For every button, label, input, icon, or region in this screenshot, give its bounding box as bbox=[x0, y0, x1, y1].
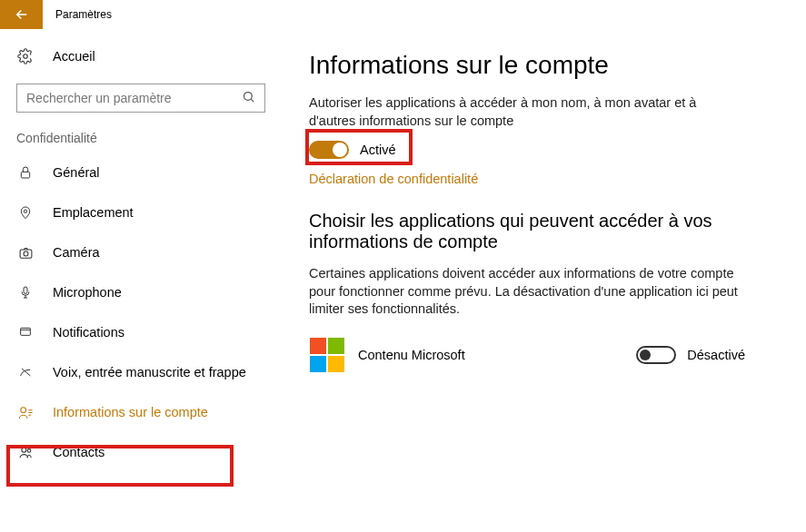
svg-point-9 bbox=[21, 448, 25, 452]
microphone-icon bbox=[16, 285, 35, 300]
svg-point-0 bbox=[24, 54, 28, 59]
lock-icon bbox=[16, 165, 35, 180]
sidebar-item-label: Caméra bbox=[53, 245, 100, 260]
svg-rect-2 bbox=[21, 172, 29, 178]
sidebar-item-contacts[interactable]: Contacts bbox=[0, 432, 282, 472]
sidebar: Accueil Confidentialité Général Emplacem… bbox=[0, 29, 282, 472]
svg-point-1 bbox=[244, 92, 253, 100]
home-label: Accueil bbox=[53, 49, 95, 64]
window-title: Paramètres bbox=[55, 8, 112, 21]
microsoft-logo-icon bbox=[309, 337, 345, 373]
sidebar-item-notifications[interactable]: Notifications bbox=[0, 312, 282, 352]
sidebar-item-label: Informations sur le compte bbox=[53, 405, 208, 419]
notifications-icon bbox=[16, 325, 35, 340]
sidebar-item-location[interactable]: Emplacement bbox=[0, 192, 282, 232]
sidebar-item-label: Voix, entrée manuscrite et frappe bbox=[53, 365, 246, 379]
sidebar-item-label: Emplacement bbox=[53, 205, 134, 220]
app-name: Contenu Microsoft bbox=[358, 348, 636, 362]
app-toggle-label: Désactivé bbox=[687, 348, 745, 362]
access-toggle[interactable] bbox=[309, 141, 349, 159]
contacts-icon bbox=[16, 445, 35, 460]
home-link[interactable]: Accueil bbox=[0, 38, 282, 74]
svg-rect-6 bbox=[24, 287, 27, 293]
apps-heading: Choisir les applications qui peuvent acc… bbox=[309, 211, 770, 252]
access-toggle-row: Activé bbox=[309, 141, 770, 159]
titlebar: Paramètres bbox=[0, 0, 806, 29]
content-panel: Informations sur le compte Autoriser les… bbox=[282, 29, 806, 472]
search-icon bbox=[242, 90, 255, 107]
sidebar-item-label: Notifications bbox=[53, 325, 124, 340]
sidebar-item-account-info[interactable]: Informations sur le compte bbox=[0, 392, 282, 432]
search-input[interactable] bbox=[16, 84, 265, 113]
app-toggle[interactable] bbox=[636, 346, 676, 364]
category-label: Confidentialité bbox=[0, 125, 282, 153]
svg-rect-4 bbox=[20, 249, 32, 257]
page-title: Informations sur le compte bbox=[309, 51, 770, 80]
speech-icon bbox=[16, 365, 35, 379]
access-description: Autoriser les applications à accéder à m… bbox=[309, 94, 745, 130]
back-button[interactable] bbox=[0, 0, 43, 29]
svg-point-3 bbox=[24, 210, 26, 212]
sidebar-item-speech[interactable]: Voix, entrée manuscrite et frappe bbox=[0, 352, 282, 392]
access-toggle-label: Activé bbox=[360, 143, 396, 157]
account-icon bbox=[16, 405, 35, 420]
sidebar-item-camera[interactable]: Caméra bbox=[0, 232, 282, 272]
sidebar-item-label: Contacts bbox=[53, 445, 104, 459]
sidebar-item-label: Général bbox=[53, 165, 100, 180]
gear-icon bbox=[16, 48, 35, 64]
svg-rect-7 bbox=[21, 328, 31, 335]
privacy-link[interactable]: Déclaration de confidentialité bbox=[309, 172, 478, 186]
app-row: Contenu Microsoft Désactivé bbox=[309, 337, 745, 373]
camera-icon bbox=[16, 245, 35, 261]
sidebar-item-label: Microphone bbox=[53, 285, 122, 300]
svg-point-10 bbox=[27, 448, 31, 452]
search-field[interactable] bbox=[26, 91, 242, 105]
apps-description: Certaines applications doivent accéder a… bbox=[309, 265, 745, 319]
location-icon bbox=[16, 205, 35, 220]
svg-point-5 bbox=[24, 251, 28, 256]
svg-point-8 bbox=[20, 407, 25, 412]
sidebar-item-general[interactable]: Général bbox=[0, 153, 282, 192]
sidebar-item-microphone[interactable]: Microphone bbox=[0, 272, 282, 312]
